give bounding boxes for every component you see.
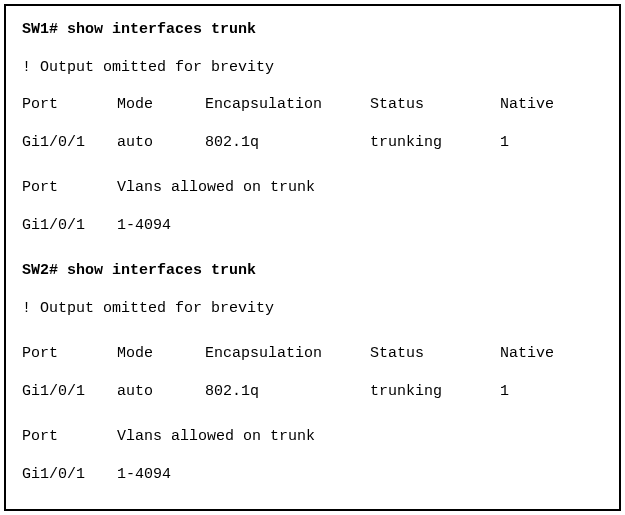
value-port: Gi1/0/1	[22, 133, 117, 153]
value-port: Gi1/0/1	[22, 382, 117, 402]
header-encap: Encapsulation	[205, 344, 370, 364]
command-text: SW1# show interfaces trunk	[22, 20, 256, 40]
sw2-trunk-data-row: Gi1/0/1 auto 802.1q trunking 1	[22, 382, 603, 402]
sw2-vlan-data-row: Gi1/0/1 1-4094	[22, 465, 603, 485]
value-encap: 802.1q	[205, 133, 370, 153]
sw2-output-omitted: ! Output omitted for brevity	[22, 299, 603, 319]
header-vlans: Vlans allowed on trunk	[117, 178, 315, 198]
sw1-trunk-header-row: Port Mode Encapsulation Status Native	[22, 95, 603, 115]
header-port: Port	[22, 178, 117, 198]
header-port: Port	[22, 344, 117, 364]
header-status: Status	[370, 344, 500, 364]
sw2-trunk-header-row: Port Mode Encapsulation Status Native	[22, 344, 603, 364]
value-port: Gi1/0/1	[22, 216, 117, 236]
value-mode: auto	[117, 382, 205, 402]
value-vlans: 1-4094	[117, 216, 171, 236]
header-vlans: Vlans allowed on trunk	[117, 427, 315, 447]
command-text: SW2# show interfaces trunk	[22, 261, 256, 281]
header-native: Native	[500, 344, 554, 364]
sw1-command-line: SW1# show interfaces trunk	[22, 20, 603, 40]
value-status: trunking	[370, 382, 500, 402]
value-port: Gi1/0/1	[22, 465, 117, 485]
sw1-output-omitted: ! Output omitted for brevity	[22, 58, 603, 78]
sw1-vlan-data-row: Gi1/0/1 1-4094	[22, 216, 603, 236]
header-port: Port	[22, 427, 117, 447]
value-encap: 802.1q	[205, 382, 370, 402]
sw1-trunk-data-row: Gi1/0/1 auto 802.1q trunking 1	[22, 133, 603, 153]
omitted-text: ! Output omitted for brevity	[22, 299, 274, 319]
sw2-vlan-header-row: Port Vlans allowed on trunk	[22, 427, 603, 447]
header-mode: Mode	[117, 344, 205, 364]
omitted-text: ! Output omitted for brevity	[22, 58, 274, 78]
sw2-command-line: SW2# show interfaces trunk	[22, 261, 603, 281]
header-native: Native	[500, 95, 554, 115]
sw1-vlan-header-row: Port Vlans allowed on trunk	[22, 178, 603, 198]
value-mode: auto	[117, 133, 205, 153]
header-port: Port	[22, 95, 117, 115]
cli-output: SW1# show interfaces trunk ! Output omit…	[4, 4, 621, 511]
value-native: 1	[500, 382, 509, 402]
header-encap: Encapsulation	[205, 95, 370, 115]
header-mode: Mode	[117, 95, 205, 115]
value-native: 1	[500, 133, 509, 153]
header-status: Status	[370, 95, 500, 115]
value-status: trunking	[370, 133, 500, 153]
value-vlans: 1-4094	[117, 465, 171, 485]
